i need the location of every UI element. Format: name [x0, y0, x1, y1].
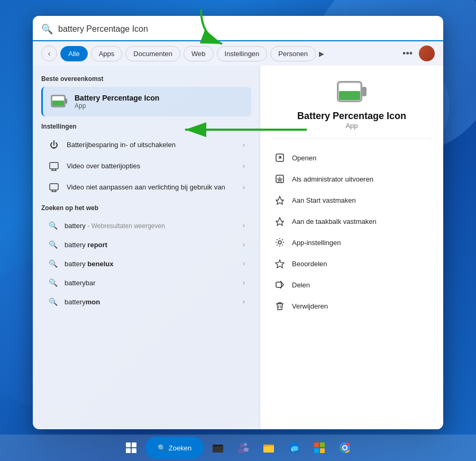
web-item-1[interactable]: 🔍 battery report › — [41, 235, 251, 254]
tab-play-button[interactable]: ▶ — [319, 50, 324, 58]
search-taskbar-button[interactable]: 🔍 Zoeken — [145, 437, 204, 459]
best-match-type: App — [75, 102, 159, 110]
action-app-settings-label: App-instellingen — [292, 239, 341, 247]
svg-rect-15 — [362, 87, 367, 96]
web-search-title: Zoeken op het web — [41, 204, 251, 212]
web-item-3-text: batterybar — [65, 279, 236, 287]
svg-rect-39 — [263, 446, 274, 453]
search-web-icon: 🔍 — [48, 220, 58, 231]
svg-rect-44 — [314, 448, 319, 453]
arrow-icon: › — [243, 241, 245, 248]
arrow-icon: › — [243, 162, 245, 170]
tab-back-button[interactable]: ‹ — [41, 46, 57, 61]
power-icon: ⏻ — [48, 139, 60, 151]
admin-icon — [274, 173, 286, 185]
action-app-settings[interactable]: App-instellingen — [271, 232, 433, 253]
svg-rect-10 — [50, 184, 58, 190]
svg-rect-32 — [213, 446, 223, 453]
svg-rect-6 — [50, 162, 58, 169]
svg-rect-42 — [314, 442, 319, 447]
web-item-0-text: battery - Webresultaten weergeven — [65, 222, 236, 230]
start-button[interactable] — [120, 437, 142, 459]
search-bar: 🔍 — [33, 16, 443, 41]
monitor2-icon — [48, 181, 60, 194]
settings-item-2-text: Video niet aanpassen aan verlichting bij… — [67, 183, 236, 192]
settings-item-0[interactable]: ⏻ Batterijbesparing in- of uitschakelen … — [41, 134, 251, 156]
store-button[interactable] — [308, 437, 331, 459]
user-avatar[interactable] — [419, 46, 435, 61]
svg-point-34 — [240, 444, 244, 448]
web-item-4[interactable]: 🔍 batterymon › — [41, 292, 251, 311]
action-pin-start-label: Aan Start vastmaken — [292, 196, 356, 204]
web-item-2[interactable]: 🔍 battery benelux › — [41, 254, 251, 273]
best-match-info: Battery Percentage Icon App — [75, 94, 159, 110]
tab-instellingen[interactable]: Instellingen — [217, 46, 268, 61]
action-rate-label: Beoordelen — [292, 260, 327, 268]
settings-item-2[interactable]: Video niet aanpassen aan verlichting bij… — [41, 177, 251, 198]
arrow-icon: › — [243, 279, 245, 286]
action-uninstall[interactable]: Verwijderen — [271, 295, 433, 317]
search-window: 🔍 ‹ Alle Apps Documenten Web Instellinge… — [33, 16, 443, 429]
left-panel: Beste overeenkomst Battery Percentage Ic… — [33, 66, 260, 429]
svg-rect-45 — [320, 448, 325, 453]
share-icon — [274, 279, 286, 291]
svg-marker-23 — [276, 260, 284, 268]
battery-icon — [49, 92, 68, 111]
svg-rect-28 — [132, 442, 136, 447]
search-web-icon: 🔍 — [48, 277, 58, 288]
settings-icon — [274, 237, 286, 248]
settings-item-1-text: Video over batterijopties — [67, 162, 236, 171]
action-pin-start[interactable]: Aan Start vastmaken — [271, 189, 433, 211]
app-detail-name: Battery Percentage Icon — [297, 111, 406, 122]
web-item-0[interactable]: 🔍 battery - Webresultaten weergeven › — [41, 216, 251, 235]
svg-rect-40 — [263, 445, 268, 447]
svg-rect-17 — [339, 91, 360, 100]
search-input[interactable] — [58, 24, 435, 34]
web-item-3[interactable]: 🔍 batterybar › — [41, 273, 251, 292]
edge-button[interactable] — [283, 437, 305, 459]
action-uninstall-label: Verwijderen — [292, 302, 328, 310]
search-web-icon: 🔍 — [48, 296, 58, 307]
file-manager-button[interactable] — [258, 437, 280, 459]
action-rate[interactable]: Beoordelen — [271, 253, 433, 274]
svg-point-48 — [343, 446, 346, 449]
pin-start-icon — [274, 194, 286, 206]
open-icon — [274, 152, 286, 164]
app-detail-type: App — [345, 122, 358, 130]
action-admin[interactable]: Als administrator uitvoeren — [271, 168, 433, 189]
action-openen[interactable]: Openen — [271, 147, 433, 168]
best-match-name: Battery Percentage Icon — [75, 94, 159, 102]
arrow-icon: › — [243, 260, 245, 267]
monitor-icon — [48, 160, 60, 173]
tab-documenten[interactable]: Documenten — [125, 46, 180, 61]
search-web-icon: 🔍 — [48, 258, 58, 269]
tab-apps[interactable]: Apps — [91, 46, 123, 61]
main-content: Beste overeenkomst Battery Percentage Ic… — [33, 66, 443, 429]
tab-web[interactable]: Web — [184, 46, 214, 61]
action-admin-label: Als administrator uitvoeren — [292, 175, 373, 183]
action-openen-label: Openen — [292, 154, 316, 162]
svg-rect-3 — [65, 98, 67, 104]
action-share[interactable]: Delen — [271, 274, 433, 295]
instellingen-title: Instellingen — [41, 123, 251, 130]
action-pin-taskbar[interactable]: Aan de taakbalk vastmaken — [271, 211, 433, 232]
teams-button[interactable] — [232, 437, 254, 459]
settings-item-1[interactable]: Video over batterijopties › — [41, 156, 251, 177]
svg-point-35 — [244, 443, 247, 446]
svg-rect-43 — [320, 442, 325, 447]
best-match-item[interactable]: Battery Percentage Icon App — [41, 87, 251, 116]
tabs-bar: ‹ Alle Apps Documenten Web Instellingen … — [33, 41, 443, 66]
svg-rect-27 — [126, 442, 131, 447]
arrow-icon: › — [243, 184, 245, 191]
file-explorer-button[interactable] — [207, 437, 229, 459]
arrow-icon: › — [243, 298, 245, 305]
svg-rect-29 — [126, 448, 131, 453]
tab-more-button[interactable]: ••• — [399, 48, 416, 59]
search-web-icon: 🔍 — [48, 239, 58, 250]
tab-personen[interactable]: Personen — [270, 46, 316, 61]
search-taskbar-icon: 🔍 — [158, 444, 166, 452]
tab-alle[interactable]: Alle — [60, 46, 88, 61]
svg-rect-33 — [213, 445, 217, 447]
action-pin-taskbar-label: Aan de taakbalk vastmaken — [292, 218, 377, 225]
chrome-button[interactable] — [334, 437, 356, 459]
